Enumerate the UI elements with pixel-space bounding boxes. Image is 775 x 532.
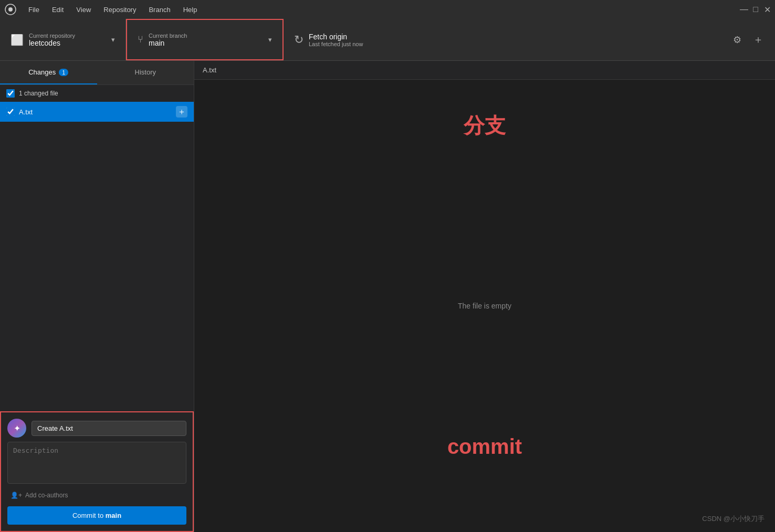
close-button[interactable]: ✕ [763, 6, 771, 13]
tab-history[interactable]: History [97, 61, 194, 84]
commit-header: ✦ [7, 419, 186, 438]
menu-help[interactable]: Help [178, 4, 203, 16]
menu-edit[interactable]: Edit [47, 4, 69, 16]
add-coauthor-icon: 👤+ [11, 492, 22, 499]
minimize-button[interactable]: — [740, 6, 748, 13]
current-branch-section[interactable]: ⑂ Current branch main ▾ [126, 19, 284, 60]
add-button[interactable]: ＋ [750, 31, 767, 48]
content-header: A.txt [194, 61, 775, 80]
empty-file-message: The file is empty [458, 302, 511, 310]
sidebar: Changes 1 History 1 changed file A.txt ＋… [0, 61, 194, 532]
content-area: A.txt 分支 The file is empty commit CSDN @… [194, 61, 775, 532]
commit-area: ✦ 👤+ Add co-authors Commit to main [0, 411, 194, 532]
file-checkbox-atxt[interactable] [6, 108, 15, 116]
current-repository-section[interactable]: ⬜ Current repository leetcodes ▾ [0, 19, 126, 60]
settings-button[interactable]: ⚙ [729, 31, 746, 48]
commit-btn-text: Commit to [72, 512, 106, 519]
branch-value: main [149, 39, 187, 47]
tab-changes[interactable]: Changes 1 [0, 61, 97, 84]
maximize-button[interactable]: □ [752, 6, 759, 13]
file-name-atxt: A.txt [19, 108, 172, 116]
sidebar-tabs: Changes 1 History [0, 61, 194, 85]
fetch-text: Fetch origin Last fetched just now [309, 33, 363, 47]
repository-icon: ⬜ [11, 34, 24, 46]
commit-description-input[interactable] [7, 442, 186, 484]
branch-label: Current branch [149, 33, 187, 39]
toolbar-actions: ⚙ ＋ [720, 19, 775, 60]
file-list-area: 1 changed file A.txt ＋ [0, 85, 194, 411]
commit-btn-branch: main [106, 512, 121, 519]
fetch-label: Fetch origin [309, 33, 363, 41]
annotation-branch: 分支 [464, 111, 506, 140]
app-logo [4, 3, 17, 16]
watermark: CSDN @小小快刀手 [702, 514, 764, 524]
tab-history-label: History [135, 68, 156, 76]
menu-bar: File Edit View Repository Branch Help — … [0, 0, 775, 19]
content-file-tab: A.txt [203, 66, 216, 74]
menu-branch[interactable]: Branch [143, 4, 175, 16]
content-main: 分支 The file is empty commit [194, 80, 775, 532]
add-coauthor-label: Add co-authors [25, 492, 68, 499]
menu-repository[interactable]: Repository [98, 4, 141, 16]
commit-co-author[interactable]: 👤+ Add co-authors [7, 490, 186, 501]
repository-dropdown-icon: ▾ [111, 36, 115, 44]
annotation-commit: commit [447, 435, 522, 459]
select-all-checkbox[interactable] [6, 89, 15, 98]
tab-changes-badge: 1 [59, 69, 68, 76]
avatar: ✦ [7, 419, 26, 438]
branch-dropdown-icon: ▾ [268, 36, 272, 44]
repository-value: leetcodes [29, 39, 75, 47]
commit-button[interactable]: Commit to main [7, 506, 186, 525]
changed-files-header: 1 changed file [0, 85, 194, 102]
tab-changes-label: Changes [28, 68, 56, 76]
window-controls: — □ ✕ [740, 6, 771, 13]
commit-title-input[interactable] [32, 421, 186, 436]
fetch-sublabel: Last fetched just now [309, 41, 363, 47]
file-item-atxt[interactable]: A.txt ＋ [0, 102, 194, 122]
menu-view[interactable]: View [71, 4, 96, 16]
main-layout: Changes 1 History 1 changed file A.txt ＋… [0, 61, 775, 532]
changed-files-count: 1 changed file [19, 90, 58, 97]
file-add-button[interactable]: ＋ [176, 106, 187, 118]
fetch-origin-section[interactable]: ↻ Fetch origin Last fetched just now [284, 19, 431, 60]
repository-label: Current repository [29, 33, 75, 39]
branch-icon: ⑂ [138, 34, 143, 45]
menu-file[interactable]: File [23, 4, 45, 16]
toolbar: ⬜ Current repository leetcodes ▾ ⑂ Curre… [0, 19, 775, 61]
branch-text: Current branch main [149, 33, 187, 47]
repository-text: Current repository leetcodes [29, 33, 75, 47]
svg-point-1 [8, 7, 13, 12]
fetch-icon: ↻ [294, 33, 303, 47]
